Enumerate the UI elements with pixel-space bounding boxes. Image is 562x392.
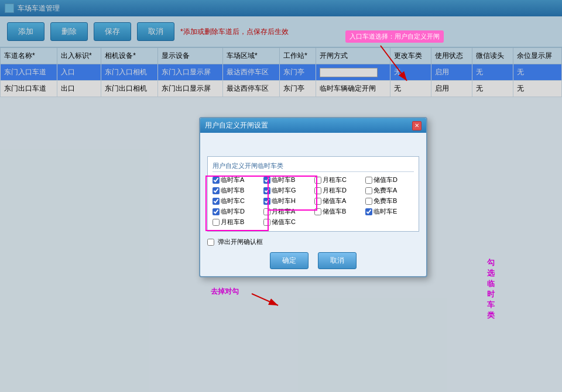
- dialog-body: 勾选临时车类 用户自定义开闸临时车类 临时车A临时车B月租车C储值车D临时车B临…: [200, 133, 426, 276]
- checkbox-grid: 临时车A临时车B月租车C储值车D临时车B临时车G月租车D免费车A临时车C临时车H…: [213, 176, 414, 226]
- list-item: 月租车D: [314, 186, 363, 195]
- bottom-annotation-label: 去掉对勾: [211, 287, 239, 295]
- dialog-titlebar: 用户自定义开闸设置 ✕: [200, 118, 426, 133]
- checkbox-label: 临时车A: [221, 176, 244, 184]
- dialog-title: 用户自定义开闸设置: [205, 121, 268, 130]
- list-item: 储值车A: [314, 197, 363, 205]
- list-item: 临时车H: [263, 197, 312, 205]
- checkbox-label: 月租车A: [272, 207, 295, 216]
- checkbox-label: 储值车C: [272, 218, 296, 226]
- popup-confirm-checkbox[interactable]: [207, 239, 214, 246]
- checkbox-12[interactable]: [213, 208, 220, 215]
- checkbox-label: 临时车G: [272, 186, 296, 195]
- dialog-ok-button[interactable]: 确定: [270, 252, 309, 269]
- popup-confirm-row: 弹出开闸确认框: [207, 238, 419, 246]
- checkbox-1[interactable]: [263, 177, 270, 184]
- list-item: 储值车D: [365, 176, 414, 184]
- checkbox-label: 储值车B: [323, 207, 346, 216]
- checkbox-17[interactable]: [213, 219, 220, 226]
- checkbox-8[interactable]: [213, 198, 220, 205]
- section-highlight-label: 勾选临时车类: [487, 257, 495, 321]
- list-item: 储值车C: [263, 218, 312, 226]
- checkbox-3[interactable]: [365, 177, 372, 184]
- dialog-cancel-button[interactable]: 取消: [318, 252, 357, 269]
- list-item: 免费车A: [365, 186, 414, 195]
- checkbox-label: 月租车D: [323, 186, 347, 195]
- checkbox-13[interactable]: [263, 208, 270, 215]
- list-item: 临时车B: [213, 186, 261, 195]
- list-item: 月租车B: [213, 218, 261, 226]
- list-item: 月租车A: [263, 207, 312, 216]
- checkbox-section: 用户自定义开闸临时车类 临时车A临时车B月租车C储值车D临时车B临时车G月租车D…: [207, 156, 419, 232]
- list-item: 临时车B: [263, 176, 312, 184]
- checkbox-2[interactable]: [314, 177, 321, 184]
- top-annotation: 入口车道选择：用户自定义开闸: [345, 30, 444, 43]
- list-item: 临时车E: [365, 207, 414, 216]
- list-item: 储值车B: [314, 207, 363, 216]
- list-item: 临时车G: [263, 186, 312, 195]
- checkbox-5[interactable]: [263, 187, 270, 194]
- checkbox-label: 月租车B: [221, 218, 244, 226]
- checkbox-label: 储值车A: [323, 197, 346, 205]
- checkbox-label: 月租车C: [323, 176, 347, 184]
- checkbox-label: 临时车D: [221, 207, 245, 216]
- top-annotation-box: 入口车道选择：用户自定义开闸: [345, 30, 444, 43]
- list-item: 免费车B: [365, 197, 414, 205]
- checkbox-label: 免费车A: [373, 186, 397, 195]
- checkbox-4[interactable]: [213, 187, 220, 194]
- checkbox-10[interactable]: [314, 198, 321, 205]
- checkbox-label: 免费车B: [373, 197, 397, 205]
- dialog-close-button[interactable]: ✕: [412, 121, 422, 130]
- checkbox-label: 储值车D: [373, 176, 397, 184]
- checkbox-label: 临时车B: [272, 176, 295, 184]
- popup-confirm-label: 弹出开闸确认框: [218, 238, 263, 246]
- list-item: 月租车C: [314, 176, 363, 184]
- list-item: 临时车A: [213, 176, 261, 184]
- checkbox-18[interactable]: [263, 219, 270, 226]
- checkbox-label: 临时车C: [221, 197, 245, 205]
- dialog-buttons: 确定 取消: [207, 252, 419, 269]
- checkbox-label: 临时车H: [272, 197, 296, 205]
- checkbox-7[interactable]: [365, 187, 372, 194]
- checkbox-14[interactable]: [314, 208, 321, 215]
- bottom-annotation: 去掉对勾: [211, 287, 239, 297]
- list-item: 临时车D: [213, 207, 261, 216]
- checkbox-6[interactable]: [314, 187, 321, 194]
- custom-gate-dialog: 用户自定义开闸设置 ✕ 勾选临时车类 用户自定义开闸临时车类 临时车A临时车B月…: [199, 117, 427, 277]
- checkbox-9[interactable]: [263, 198, 270, 205]
- checkbox-16[interactable]: [365, 208, 372, 215]
- checkbox-label: 临时车E: [373, 207, 397, 216]
- checkbox-label: 临时车B: [221, 186, 244, 195]
- list-item: 临时车C: [213, 197, 261, 205]
- section-inner-header: 用户自定义开闸临时车类: [213, 161, 414, 172]
- checkbox-11[interactable]: [365, 198, 372, 205]
- checkbox-0[interactable]: [213, 177, 220, 184]
